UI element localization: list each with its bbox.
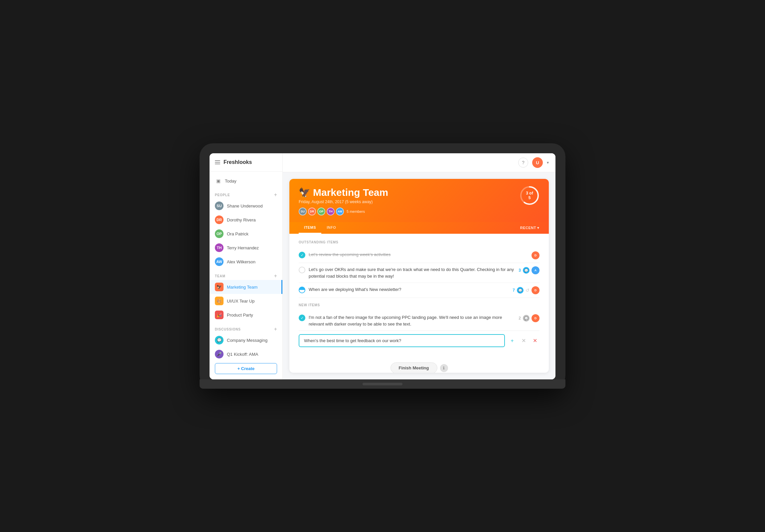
progress-label: 3 of 5 (526, 191, 533, 200)
sidebar-item-product-party[interactable]: 🎉 Product Party (210, 308, 283, 322)
finish-meeting-button[interactable]: Finish Meeting (390, 362, 437, 373)
disc-name-q1: Q1 Kickoff: AMA (227, 352, 258, 357)
create-button[interactable]: + Create (215, 363, 277, 374)
team-name-product: Product Party (227, 312, 253, 317)
calendar-icon: ▣ (215, 178, 222, 184)
meeting-header: 🦅 Marketing Team Friday, August 24th, 20… (289, 179, 549, 222)
meeting-title-row: 🦅 Marketing Team (299, 187, 539, 198)
people-section-header: PEOPLE + (210, 188, 283, 199)
member-avatar-4: TH (327, 208, 335, 216)
avatar-terry: TH (215, 244, 224, 252)
discussions-add-btn[interactable]: + (274, 326, 277, 332)
top-bar: ? U ▾ (283, 153, 555, 172)
team-icon-marketing: 🦅 (215, 282, 224, 291)
user-chevron-icon[interactable]: ▾ (547, 160, 549, 165)
member-avatar-3: OP (317, 208, 325, 216)
comment-count-3: 7 (512, 288, 515, 292)
question-icon: ? (522, 160, 524, 165)
outstanding-items-label: OUTSTANDING ITEMS (299, 241, 539, 244)
avatar-dorothy: DR (215, 216, 224, 224)
agenda-text-3: When are we deploying What's New newslet… (309, 286, 509, 293)
sidebar-item-ora[interactable]: OP Ora Patrick (210, 227, 283, 241)
comment-count-2: 3 (518, 268, 521, 272)
tab-items[interactable]: ITEMS (299, 222, 321, 234)
person-name-terry: Terry Hernandez (227, 246, 259, 251)
discussions-label: DISCUSSIONS (215, 327, 241, 331)
new-item-input-row: + ✕ ✕ (299, 331, 539, 350)
avatar-ora: OP (215, 230, 224, 238)
user-avatar-top[interactable]: U (532, 157, 543, 168)
sidebar-item-shane[interactable]: SU Shane Underwood (210, 199, 283, 213)
comment-count-4: 2 (518, 316, 521, 320)
member-avatar-5: AW (336, 208, 344, 216)
meeting-area: 🦅 Marketing Team Friday, August 24th, 20… (283, 172, 555, 379)
meeting-date: Friday, August 24th, 2017 (5 weeks away) (299, 200, 539, 204)
sidebar: Freshlooks ▣ Today PEOPLE + SU (210, 153, 283, 379)
avatar-alex: AW (215, 258, 224, 266)
new-items-label: NEW ITEMS (299, 303, 539, 307)
finish-info-icon[interactable]: ℹ (440, 364, 448, 372)
team-icon-product: 🎉 (215, 310, 224, 319)
agenda-item-4: ✓ I'm not a fan of the hero image for th… (299, 311, 539, 331)
agenda-text-1: Let's review the upcoming week's activit… (309, 252, 528, 258)
sidebar-header: Freshlooks (210, 153, 283, 172)
recent-button[interactable]: RECENT ▾ (520, 226, 539, 230)
new-item-input[interactable] (299, 334, 505, 347)
finish-area: Finish Meeting ℹ (289, 357, 549, 373)
input-cancel-btn[interactable]: ✕ (519, 336, 528, 345)
meeting-title: Marketing Team (313, 187, 388, 198)
check-icon-3[interactable] (299, 286, 305, 293)
comment-badge-2: 💬 (523, 267, 529, 273)
input-confirm-btn[interactable]: + (507, 336, 517, 345)
people-add-btn[interactable]: + (274, 192, 277, 198)
check-icon-1[interactable]: ✓ (299, 252, 305, 259)
sidebar-item-q1-kickoff[interactable]: 🎤 Q1 Kickoff: AMA (210, 347, 283, 360)
today-label: Today (225, 179, 237, 184)
disc-name-company: Company Messaging (227, 338, 268, 343)
sidebar-item-dorothy[interactable]: DR Dorothy Rivera (210, 213, 283, 227)
member-avatar-1: SU (299, 208, 307, 216)
app-title: Freshlooks (224, 159, 252, 165)
disc-icon-company: 💬 (215, 336, 224, 344)
tab-group: ITEMS INFO (299, 222, 341, 234)
tab-info[interactable]: INFO (321, 222, 341, 234)
sidebar-item-terry[interactable]: TH Terry Hernandez (210, 241, 283, 255)
progress-circle: 3 of 5 (519, 186, 539, 206)
sidebar-item-company-messaging[interactable]: 💬 Company Messaging (210, 333, 283, 347)
progress-text: 3 of 5 (524, 191, 534, 201)
team-add-btn[interactable]: + (274, 273, 277, 278)
check-icon-2[interactable] (299, 266, 305, 273)
main-content: ? U ▾ 🦅 Marketing Team (283, 153, 555, 379)
agenda-meta-3: 7 💬 ↺ D (512, 286, 539, 294)
sidebar-item-alex[interactable]: AW Alex Wilkerson (210, 255, 283, 268)
help-button[interactable]: ? (518, 158, 528, 168)
people-label: PEOPLE (215, 193, 230, 197)
member-avatar-2: DR (308, 208, 316, 216)
person-name-ora: Ora Patrick (227, 232, 249, 237)
refresh-icon: ↺ (525, 287, 529, 293)
check-icon-4[interactable]: ✓ (299, 314, 305, 321)
sidebar-item-marketing-team[interactable]: 🦅 Marketing Team (210, 280, 283, 294)
agenda-meta-1: D (531, 252, 539, 260)
meeting-members: SU DR OP TH AW 5 members (299, 208, 539, 216)
sidebar-nav: ▣ Today PEOPLE + SU Shane Underwood DR (210, 172, 283, 360)
meeting-tabs: ITEMS INFO RECENT ▾ (289, 222, 549, 234)
agenda-item-3: When are we deploying What's New newslet… (299, 283, 539, 298)
items-area: OUTSTANDING ITEMS ✓ Let's review the upc… (289, 234, 549, 357)
meeting-card: 🦅 Marketing Team Friday, August 24th, 20… (289, 179, 549, 373)
discussions-section-header: DISCUSSIONS + (210, 322, 283, 333)
person-name-shane: Shane Underwood (227, 204, 263, 209)
team-icon-uiux: 🎨 (215, 296, 224, 305)
item-avatar-4: D (531, 314, 539, 322)
item-avatar-2: A (531, 266, 539, 274)
sidebar-item-uiux[interactable]: 🎨 UI/UX Tear Up (210, 294, 283, 308)
disc-icon-q1: 🎤 (215, 350, 224, 358)
team-name-uiux: UI/UX Tear Up (227, 298, 255, 303)
hamburger-icon[interactable] (215, 160, 220, 164)
agenda-meta-4: 2 💬 D (518, 314, 539, 322)
sidebar-item-today[interactable]: ▣ Today (210, 174, 283, 188)
input-actions: + ✕ ✕ (507, 336, 539, 345)
agenda-item-1: ✓ Let's review the upcoming week's activ… (299, 248, 539, 263)
input-delete-btn[interactable]: ✕ (530, 336, 539, 345)
person-name-dorothy: Dorothy Rivera (227, 218, 256, 223)
